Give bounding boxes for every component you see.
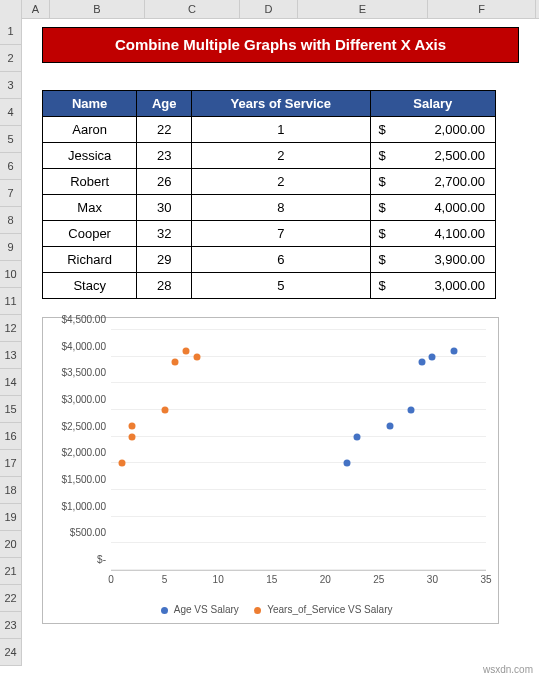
cell-age[interactable]: 26 xyxy=(137,169,192,195)
y-tick-label: $500.00 xyxy=(48,527,106,538)
data-point xyxy=(161,407,168,414)
table-row[interactable]: Max308$4,000.00 xyxy=(43,195,496,221)
row-header[interactable]: 8 xyxy=(0,207,22,234)
cell-age[interactable]: 23 xyxy=(137,143,192,169)
cell-age[interactable]: 32 xyxy=(137,221,192,247)
th-years[interactable]: Years of Service xyxy=(192,91,371,117)
cell-name[interactable]: Aaron xyxy=(43,117,137,143)
col-header[interactable]: C xyxy=(145,0,240,18)
x-tick-label: 35 xyxy=(480,574,491,585)
y-tick-label: $1,000.00 xyxy=(48,500,106,511)
cell-age[interactable]: 28 xyxy=(137,273,192,299)
cell-age[interactable]: 22 xyxy=(137,117,192,143)
row-header[interactable]: 19 xyxy=(0,504,22,531)
table-row[interactable]: Robert262$2,700.00 xyxy=(43,169,496,195)
th-name[interactable]: Name xyxy=(43,91,137,117)
row-header[interactable]: 10 xyxy=(0,261,22,288)
cell-age[interactable]: 29 xyxy=(137,247,192,273)
corner-cell[interactable] xyxy=(0,0,22,18)
row-header[interactable]: 18 xyxy=(0,477,22,504)
data-point xyxy=(183,348,190,355)
cell-salary[interactable]: $2,000.00 xyxy=(370,117,495,143)
cell-salary[interactable]: $2,700.00 xyxy=(370,169,495,195)
row-header[interactable]: 21 xyxy=(0,558,22,585)
row-header[interactable]: 5 xyxy=(0,126,22,153)
row-header[interactable]: 20 xyxy=(0,531,22,558)
cell-years[interactable]: 5 xyxy=(192,273,371,299)
row-header[interactable]: 23 xyxy=(0,612,22,639)
chart[interactable]: $-$500.00$1,000.00$1,500.00$2,000.00$2,5… xyxy=(42,317,499,624)
cell-years[interactable]: 7 xyxy=(192,221,371,247)
cell-age[interactable]: 30 xyxy=(137,195,192,221)
cell-salary[interactable]: $3,900.00 xyxy=(370,247,495,273)
cell-years[interactable]: 2 xyxy=(192,169,371,195)
row-header[interactable]: 15 xyxy=(0,396,22,423)
cell-years[interactable]: 6 xyxy=(192,247,371,273)
cell-name[interactable]: Stacy xyxy=(43,273,137,299)
cell-years[interactable]: 2 xyxy=(192,143,371,169)
cell-name[interactable]: Richard xyxy=(43,247,137,273)
row-header[interactable]: 24 xyxy=(0,639,22,666)
cell-name[interactable]: Cooper xyxy=(43,221,137,247)
row-headers: 1 2 3 4 5 6 7 8 9 10 11 12 13 14 15 16 1… xyxy=(0,18,22,666)
cell-years[interactable]: 1 xyxy=(192,117,371,143)
x-tick-label: 0 xyxy=(108,574,114,585)
cell-salary[interactable]: $4,000.00 xyxy=(370,195,495,221)
column-headers: A B C D E F xyxy=(0,0,539,19)
y-gridline xyxy=(111,516,486,517)
cell-name[interactable]: Robert xyxy=(43,169,137,195)
row-header[interactable]: 7 xyxy=(0,180,22,207)
row-header[interactable]: 6 xyxy=(0,153,22,180)
cell-salary[interactable]: $4,100.00 xyxy=(370,221,495,247)
col-header[interactable]: E xyxy=(298,0,428,18)
row-header[interactable]: 9 xyxy=(0,234,22,261)
row-header[interactable]: 11 xyxy=(0,288,22,315)
cell-years[interactable]: 8 xyxy=(192,195,371,221)
x-tick-label: 25 xyxy=(373,574,384,585)
row-header[interactable]: 17 xyxy=(0,450,22,477)
data-point xyxy=(408,407,415,414)
x-tick-label: 10 xyxy=(213,574,224,585)
row-header[interactable]: 16 xyxy=(0,423,22,450)
cell-name[interactable]: Max xyxy=(43,195,137,221)
table-row[interactable]: Cooper327$4,100.00 xyxy=(43,221,496,247)
col-header[interactable]: B xyxy=(50,0,145,18)
row-header[interactable]: 13 xyxy=(0,342,22,369)
y-gridline xyxy=(111,542,486,543)
legend: Age VS Salary Years_of_Service VS Salary xyxy=(43,604,498,615)
col-header[interactable]: F xyxy=(428,0,536,18)
col-header[interactable]: A xyxy=(22,0,50,18)
y-tick-label: $4,500.00 xyxy=(48,314,106,325)
col-header[interactable]: D xyxy=(240,0,298,18)
x-tick-label: 5 xyxy=(162,574,168,585)
data-point xyxy=(386,423,393,430)
row-header[interactable]: 12 xyxy=(0,315,22,342)
row-header[interactable]: 2 xyxy=(0,45,22,72)
row-header[interactable]: 4 xyxy=(0,99,22,126)
watermark: wsxdn.com xyxy=(483,664,533,675)
th-salary[interactable]: Salary xyxy=(370,91,495,117)
cell-name[interactable]: Jessica xyxy=(43,143,137,169)
data-point xyxy=(172,359,179,366)
y-gridline xyxy=(111,329,486,330)
y-gridline xyxy=(111,382,486,383)
table-row[interactable]: Jessica232$2,500.00 xyxy=(43,143,496,169)
page-title: Combine Multiple Graphs with Different X… xyxy=(42,27,519,63)
y-gridline xyxy=(111,436,486,437)
data-point xyxy=(418,359,425,366)
y-tick-label: $2,000.00 xyxy=(48,447,106,458)
table-row[interactable]: Richard296$3,900.00 xyxy=(43,247,496,273)
content-area: Combine Multiple Graphs with Different X… xyxy=(22,18,539,624)
row-header[interactable]: 3 xyxy=(0,72,22,99)
data-point xyxy=(129,423,136,430)
cell-salary[interactable]: $3,000.00 xyxy=(370,273,495,299)
row-header[interactable]: 22 xyxy=(0,585,22,612)
row-header[interactable]: 14 xyxy=(0,369,22,396)
row-header[interactable]: 1 xyxy=(0,18,22,45)
table-row[interactable]: Stacy285$3,000.00 xyxy=(43,273,496,299)
y-tick-label: $2,500.00 xyxy=(48,420,106,431)
cell-salary[interactable]: $2,500.00 xyxy=(370,143,495,169)
table-row[interactable]: Aaron221$2,000.00 xyxy=(43,117,496,143)
data-point xyxy=(429,353,436,360)
th-age[interactable]: Age xyxy=(137,91,192,117)
